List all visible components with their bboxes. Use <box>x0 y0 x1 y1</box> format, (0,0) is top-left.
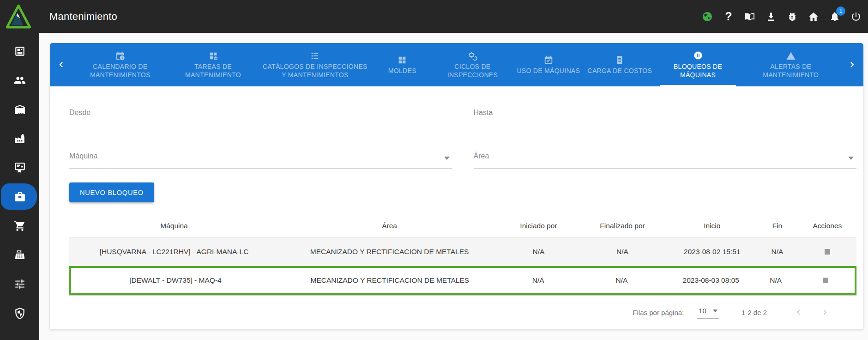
table-header: Máquina Área Iniciado por Finalizado por… <box>69 214 856 237</box>
sidebar-item-factory[interactable] <box>0 124 39 153</box>
column-header-finalizado-por: Finalizado por <box>577 222 668 230</box>
cell-finalizado-por: N/A <box>577 248 668 256</box>
app-logo <box>6 4 31 30</box>
power-icon[interactable] <box>850 11 862 22</box>
sidebar-item-security[interactable] <box>0 298 39 328</box>
sidebar <box>0 33 39 340</box>
hasta-field[interactable]: Hasta <box>474 104 857 125</box>
download-icon[interactable] <box>766 11 777 22</box>
cell-fin: N/A <box>756 248 798 256</box>
rows-per-page-label: Filas por página: <box>633 309 684 316</box>
certificate-icon <box>14 162 26 174</box>
tab-moldes[interactable]: MOLDES <box>372 43 432 86</box>
column-header-area: Área <box>279 222 500 230</box>
maquina-select[interactable]: Máquina <box>69 147 452 169</box>
bell-icon[interactable]: 1 <box>829 11 840 22</box>
tab-bloqueos-maquinas[interactable]: BLOQUEOS DE MÁQUINAS <box>656 43 741 86</box>
calendar-clock-icon <box>115 51 125 61</box>
chevron-down-icon <box>444 157 450 160</box>
bug-icon[interactable] <box>787 11 798 22</box>
column-header-acciones: Acciones <box>798 222 856 230</box>
calendar-check-icon <box>543 55 554 65</box>
cell-finalizado-por: N/A <box>577 276 667 285</box>
sidebar-item-purchases[interactable] <box>0 211 39 240</box>
users-icon <box>14 74 26 86</box>
cell-maquina: [DEWALT - DW735] - MAQ-4 <box>71 276 280 285</box>
area-select[interactable]: Área <box>474 147 857 169</box>
tab-alertas-mantenimiento[interactable]: ALERTAS DE MANTENIMIENTO <box>741 43 841 86</box>
cash-register-icon <box>14 249 26 261</box>
sidebar-item-certificates[interactable] <box>0 153 39 182</box>
tab-tareas-mantenimiento[interactable]: TAREAS DE MANTENIMIENTO <box>169 43 258 86</box>
rows-per-page-select[interactable]: 10 <box>697 306 719 319</box>
column-header-inicio: Inicio <box>668 222 756 230</box>
tab-carga-costos[interactable]: CARGA DE COSTOS <box>584 43 656 86</box>
grid-gear-icon <box>208 51 218 61</box>
column-header-maquina: Máquina <box>69 222 279 230</box>
main-content: CALENDARIO DE MANTENIMIENTOS TAREAS DE M… <box>39 33 868 340</box>
nuevo-bloqueo-button[interactable]: NUEVO BLOQUEO <box>69 182 154 202</box>
sidebar-item-settings[interactable] <box>0 269 39 298</box>
cell-inicio: 2023-08-02 15:51 <box>668 248 756 256</box>
cell-acciones <box>796 278 855 283</box>
notification-badge: 1 <box>836 6 845 16</box>
next-page-icon[interactable] <box>816 303 834 322</box>
help-icon[interactable]: ? <box>723 11 734 22</box>
sidebar-item-news[interactable] <box>0 36 39 66</box>
globe-icon[interactable] <box>702 11 713 22</box>
tab-ciclos-inspecciones[interactable]: CICLOS DE INSPECCIONES <box>432 43 512 86</box>
book-icon[interactable] <box>744 11 755 22</box>
cart-icon <box>14 220 26 232</box>
receipt-icon <box>615 55 625 65</box>
warehouse-icon <box>14 103 26 115</box>
sidebar-item-sales[interactable] <box>0 240 39 269</box>
sidebar-item-maintenance[interactable] <box>0 182 39 211</box>
factory-icon <box>14 133 26 145</box>
stop-square-icon[interactable] <box>825 249 830 255</box>
table-pagination: Filas por página: 10 1-2 de 2 <box>69 302 856 322</box>
column-header-fin: Fin <box>756 222 798 230</box>
table-row[interactable]: [HUSQVARNA - LC221RHV] - AGRI-MANA-LC ME… <box>69 237 856 265</box>
cell-acciones <box>798 249 856 255</box>
pagination-range: 1-2 de 2 <box>741 309 767 316</box>
cell-area: MECANIZADO Y RECTIFICACION DE METALES <box>279 248 500 256</box>
toolbox-icon <box>14 191 26 203</box>
page-title: Mantenimiento <box>49 11 117 23</box>
home-icon[interactable] <box>808 11 819 22</box>
warning-icon <box>786 51 796 61</box>
gears-icon <box>467 51 477 61</box>
pause-octagon-icon <box>693 51 703 61</box>
shield-icon <box>14 307 26 319</box>
chevron-down-icon <box>713 310 717 312</box>
list-icon <box>310 51 320 61</box>
cell-iniciado-por: N/A <box>500 276 577 285</box>
tab-calendario-mantenimientos[interactable]: CALENDARIO DE MANTENIMIENTOS <box>72 43 169 86</box>
table-row-highlighted[interactable]: [DEWALT - DW735] - MAQ-4 MECANIZADO Y RE… <box>69 266 856 295</box>
cell-area: MECANIZADO Y RECTIFICACION DE METALES <box>280 276 500 285</box>
cell-iniciado-por: N/A <box>500 248 577 256</box>
tabs-scroll-left-icon[interactable] <box>50 43 72 86</box>
column-header-iniciado-por: Iniciado por <box>500 222 577 230</box>
chevron-down-icon <box>848 157 854 160</box>
stop-square-icon[interactable] <box>823 278 828 283</box>
topbar-actions: ? 1 <box>702 11 862 22</box>
tab-bar: CALENDARIO DE MANTENIMIENTOS TAREAS DE M… <box>50 43 863 86</box>
tab-list: CALENDARIO DE MANTENIMIENTOS TAREAS DE M… <box>72 43 841 86</box>
sidebar-item-users[interactable] <box>0 66 39 95</box>
content-card: CALENDARIO DE MANTENIMIENTOS TAREAS DE M… <box>50 43 863 329</box>
cell-maquina: [HUSQVARNA - LC221RHV] - AGRI-MANA-LC <box>69 248 279 256</box>
select-filters: Máquina Área <box>69 147 856 169</box>
news-icon <box>14 45 26 57</box>
tabs-scroll-right-icon[interactable] <box>841 43 863 86</box>
tab-uso-maquinas[interactable]: USO DE MÁQUINAS <box>512 43 584 86</box>
cell-fin: N/A <box>755 276 796 285</box>
app-header: Mantenimiento ? 1 <box>0 0 868 33</box>
cell-inicio: 2023-08-03 08:05 <box>667 276 755 285</box>
desde-field[interactable]: Desde <box>69 104 452 125</box>
grid-icon <box>397 55 407 65</box>
tab-catalogos-inspecciones[interactable]: CATÁLOGOS DE INSPECCIÓNES Y MANTENIMIENT… <box>258 43 372 86</box>
date-filters: Desde Hasta <box>69 104 856 125</box>
sliders-icon <box>14 278 26 290</box>
sidebar-item-warehouse[interactable] <box>0 95 39 124</box>
previous-page-icon[interactable] <box>789 303 808 322</box>
